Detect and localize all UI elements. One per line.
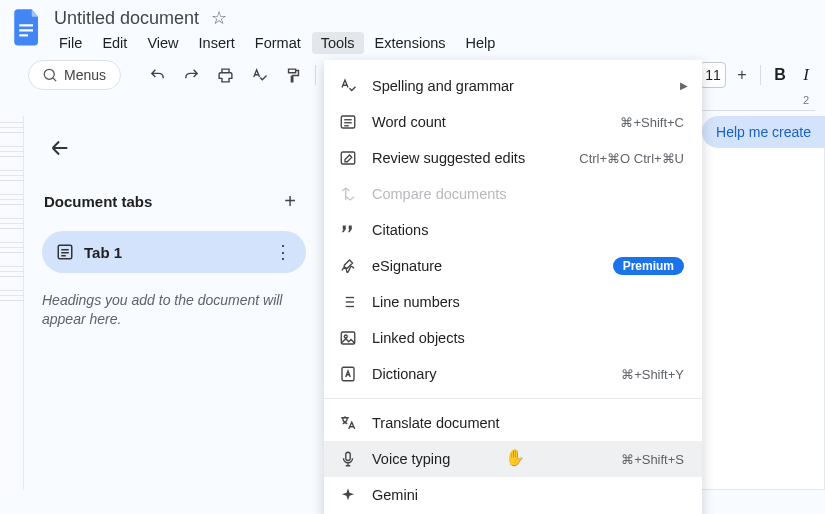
compare-icon — [338, 184, 358, 204]
tools-menu-translate-document[interactable]: Translate document — [324, 405, 702, 441]
tools-menu-dropdown: Spelling and grammar▶Word count⌘+Shift+C… — [324, 60, 702, 514]
tools-menu-review-suggested-edits[interactable]: Review suggested editsCtrl+⌘O Ctrl+⌘U — [324, 140, 702, 176]
svg-rect-21 — [346, 452, 351, 460]
spellcheck-icon — [338, 76, 358, 96]
svg-rect-18 — [341, 332, 355, 344]
menu-item-label: Line numbers — [372, 294, 684, 310]
tools-menu-gemini[interactable]: Gemini — [324, 477, 702, 513]
star-icon[interactable]: ☆ — [211, 7, 227, 29]
menu-item-label: Linked objects — [372, 330, 684, 346]
menus-search-button[interactable]: Menus — [28, 60, 121, 90]
font-size-input[interactable]: 11 — [700, 62, 726, 88]
outline-hint: Headings you add to the document will ap… — [42, 291, 306, 329]
tools-menu-esignature[interactable]: eSignaturePremium — [324, 248, 702, 284]
submenu-arrow-icon: ▶ — [680, 80, 688, 91]
menus-label: Menus — [64, 67, 106, 83]
shortcut-label: ⌘+Shift+Y — [621, 367, 684, 382]
menu-extensions[interactable]: Extensions — [366, 32, 455, 54]
menu-insert[interactable]: Insert — [190, 32, 244, 54]
dict-icon — [338, 364, 358, 384]
tools-menu-word-count[interactable]: Word count⌘+Shift+C — [324, 104, 702, 140]
tab-label: Tab 1 — [84, 244, 264, 261]
tools-menu-spelling-and-grammar[interactable]: Spelling and grammar▶ — [324, 68, 702, 104]
svg-rect-1 — [19, 29, 33, 31]
add-tab-button[interactable]: + — [276, 190, 304, 213]
menu-format[interactable]: Format — [246, 32, 310, 54]
esign-icon — [338, 256, 358, 276]
linked-icon — [338, 328, 358, 348]
menu-item-label: Spelling and grammar — [372, 78, 684, 94]
tools-menu-citations[interactable]: Citations — [324, 212, 702, 248]
redo-button[interactable] — [177, 61, 205, 89]
citations-icon — [338, 220, 358, 240]
tab-more-icon[interactable]: ⋮ — [274, 241, 292, 263]
docs-logo[interactable] — [10, 6, 46, 50]
translate-icon — [338, 413, 358, 433]
menu-item-label: Compare documents — [372, 186, 684, 202]
help-me-create-button[interactable]: Help me create — [702, 116, 825, 148]
menu-file[interactable]: File — [50, 32, 91, 54]
wordcount-icon — [338, 112, 358, 132]
shortcut-label: Ctrl+⌘O Ctrl+⌘U — [579, 151, 684, 166]
premium-badge: Premium — [613, 257, 684, 275]
review-icon — [338, 148, 358, 168]
voice-icon — [338, 449, 358, 469]
menu-item-label: Dictionary — [372, 366, 607, 382]
search-icon — [43, 68, 58, 83]
tools-menu-dictionary[interactable]: Dictionary⌘+Shift+Y — [324, 356, 702, 392]
linenum-icon — [338, 292, 358, 312]
menu-view[interactable]: View — [138, 32, 187, 54]
menu-item-label: Citations — [372, 222, 684, 238]
menu-item-label: Gemini — [372, 487, 684, 503]
svg-point-19 — [344, 335, 347, 338]
menu-item-label: Voice typing — [372, 451, 607, 467]
italic-button[interactable]: I — [797, 65, 815, 85]
svg-rect-11 — [341, 152, 355, 164]
bold-button[interactable]: B — [769, 66, 791, 84]
tools-menu-voice-typing[interactable]: Voice typing⌘+Shift+S✋ — [324, 441, 702, 477]
shortcut-label: ⌘+Shift+S — [621, 452, 684, 467]
document-title[interactable]: Untitled document — [50, 7, 203, 30]
tools-menu-compare-documents: Compare documents — [324, 176, 702, 212]
menu-edit[interactable]: Edit — [93, 32, 136, 54]
menu-tools[interactable]: Tools — [312, 32, 364, 54]
menu-item-label: eSignature — [372, 258, 599, 274]
menu-item-label: Word count — [372, 114, 606, 130]
spellcheck-button[interactable] — [245, 61, 273, 89]
svg-rect-0 — [19, 24, 33, 26]
undo-button[interactable] — [143, 61, 171, 89]
menu-item-label: Translate document — [372, 415, 684, 431]
document-tab-item[interactable]: Tab 1 ⋮ — [42, 231, 306, 273]
print-button[interactable] — [211, 61, 239, 89]
shortcut-label: ⌘+Shift+C — [620, 115, 684, 130]
ruler-marker: 2 — [803, 94, 809, 106]
gemini-icon — [338, 485, 358, 505]
document-tabs-title: Document tabs — [44, 193, 152, 210]
svg-rect-2 — [19, 34, 28, 36]
tools-menu-line-numbers[interactable]: Line numbers — [324, 284, 702, 320]
font-size-increase[interactable]: + — [732, 66, 752, 84]
tab-icon — [56, 243, 74, 261]
tools-menu-linked-objects[interactable]: Linked objects — [324, 320, 702, 356]
menu-help[interactable]: Help — [457, 32, 505, 54]
vertical-ruler — [0, 116, 24, 490]
paint-format-button[interactable] — [279, 61, 307, 89]
menu-item-label: Review suggested edits — [372, 150, 565, 166]
back-button[interactable] — [42, 130, 78, 166]
